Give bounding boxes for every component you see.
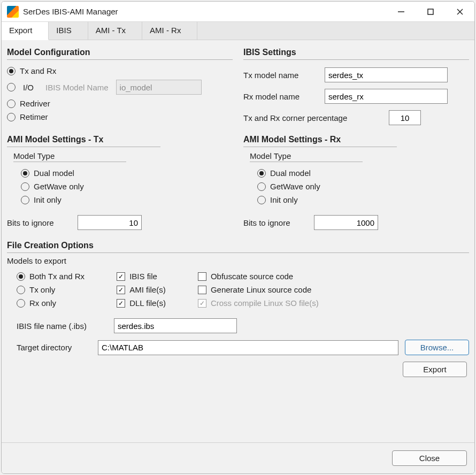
- radio-export-tx-only[interactable]: Tx only: [17, 283, 85, 296]
- ami-tx-model-type-label: Model Type: [13, 151, 233, 160]
- checkbox-label: IBIS file: [129, 272, 157, 281]
- radio-rx-dual[interactable]: Dual model: [257, 166, 469, 180]
- checkbox-label: DLL file(s): [129, 298, 166, 308]
- radio-tx-getwave[interactable]: GetWave only: [21, 180, 233, 193]
- window-title: SerDes IBIS-AMI Manager: [23, 7, 386, 16]
- radio-rx-getwave[interactable]: GetWave only: [257, 180, 469, 193]
- radio-icon: [17, 272, 25, 281]
- file-options-title: File Creation Options: [7, 241, 469, 250]
- radio-tx-and-rx[interactable]: Tx and Rx: [7, 64, 233, 78]
- content-area: Model Configuration Tx and Rx I/O IBIS M…: [2, 40, 474, 442]
- radio-icon: [21, 196, 29, 204]
- checkbox-icon: [198, 286, 206, 294]
- radio-label: Retimer: [20, 112, 48, 121]
- radio-label: Dual model: [34, 168, 74, 178]
- svg-rect-1: [428, 9, 433, 14]
- checkbox-label: Generate Linux source code: [211, 285, 311, 294]
- close-icon: [456, 8, 464, 16]
- browse-button[interactable]: Browse...: [405, 340, 469, 355]
- minimize-button[interactable]: [386, 2, 416, 22]
- radio-icon: [21, 169, 29, 178]
- radio-icon: [21, 182, 29, 191]
- tab-ami-tx[interactable]: AMI - Tx: [88, 22, 142, 40]
- matlab-icon: [7, 6, 19, 18]
- radio-retimer[interactable]: Retimer: [7, 110, 233, 124]
- tab-ibis[interactable]: IBIS: [49, 22, 88, 40]
- models-to-export-label: Models to export: [7, 256, 469, 265]
- radio-tx-init[interactable]: Init only: [21, 193, 233, 206]
- rx-bits-ignore-input[interactable]: [314, 215, 378, 230]
- checkbox-icon: [117, 272, 125, 281]
- tx-model-name-input[interactable]: [325, 67, 448, 82]
- checkbox-label: Cross compile Linux SO file(s): [211, 298, 319, 308]
- radio-icon: [17, 286, 25, 294]
- app-window: SerDes IBIS-AMI Manager Export IBIS AMI …: [1, 1, 475, 474]
- radio-io[interactable]: I/O IBIS Model Name: [7, 78, 233, 97]
- target-dir-input[interactable]: [98, 340, 398, 355]
- radio-label: Init only: [270, 195, 298, 204]
- radio-export-both[interactable]: Both Tx and Rx: [17, 270, 85, 283]
- file-options-section: File Creation Options Models to export B…: [7, 241, 469, 378]
- checkbox-icon: [198, 299, 206, 308]
- radio-icon: [257, 196, 266, 204]
- rx-model-name-input[interactable]: [325, 89, 448, 104]
- io-model-name-label: IBIS Model Name: [45, 83, 109, 92]
- ami-rx-section: AMI Model Settings - Rx Model Type Dual …: [243, 132, 469, 233]
- tx-bits-ignore-input[interactable]: [78, 215, 142, 230]
- ibis-settings-title: IBIS Settings: [243, 48, 469, 57]
- ibis-file-name-input[interactable]: [114, 318, 237, 333]
- corner-pct-input[interactable]: [389, 110, 421, 125]
- io-model-name-input: [116, 80, 202, 95]
- check-cross-compile: Cross compile Linux SO file(s): [198, 296, 319, 310]
- radio-icon: [17, 299, 25, 308]
- radio-tx-dual[interactable]: Dual model: [21, 166, 233, 180]
- ami-tx-title: AMI Model Settings - Tx: [7, 135, 233, 144]
- radio-label: Dual model: [270, 168, 311, 178]
- tab-ami-rx[interactable]: AMI - Rx: [142, 22, 197, 40]
- radio-redriver[interactable]: Redriver: [7, 97, 233, 110]
- check-obfuscate[interactable]: Obfuscate source code: [198, 270, 319, 283]
- checkbox-icon: [117, 299, 125, 308]
- check-ibis-file[interactable]: IBIS file: [117, 270, 166, 283]
- tab-bar: Export IBIS AMI - Tx AMI - Rx: [2, 22, 474, 40]
- radio-label: Both Tx and Rx: [29, 272, 85, 281]
- checkbox-icon: [198, 272, 206, 281]
- check-dll-files[interactable]: DLL file(s): [117, 296, 166, 310]
- target-dir-label: Target directory: [17, 343, 91, 352]
- titlebar: SerDes IBIS-AMI Manager: [2, 2, 474, 22]
- maximize-icon: [427, 8, 434, 16]
- ami-rx-model-type-label: Model Type: [250, 151, 469, 160]
- radio-label: Init only: [34, 195, 62, 204]
- maximize-button[interactable]: [416, 2, 445, 22]
- radio-rx-init[interactable]: Init only: [257, 193, 469, 206]
- model-config-title: Model Configuration: [7, 48, 233, 57]
- minimize-icon: [397, 8, 405, 16]
- model-config-section: Model Configuration Tx and Rx I/O IBIS M…: [7, 44, 233, 128]
- checkbox-label: AMI file(s): [129, 285, 166, 294]
- radio-label: Tx only: [29, 285, 55, 294]
- dialog-footer: Close: [2, 442, 474, 473]
- ami-tx-section: AMI Model Settings - Tx Model Type Dual …: [7, 132, 233, 233]
- radio-label: GetWave only: [270, 182, 320, 191]
- radio-label: I/O: [23, 83, 34, 92]
- close-window-button[interactable]: [445, 2, 474, 22]
- tx-model-name-label: Tx model name: [243, 71, 318, 80]
- window-controls: [386, 2, 474, 22]
- radio-icon: [7, 83, 16, 91]
- radio-icon: [257, 169, 266, 178]
- checkbox-icon: [117, 286, 125, 294]
- rx-bits-ignore-label: Bits to ignore: [243, 218, 308, 227]
- radio-label: Redriver: [20, 99, 50, 108]
- ibis-settings-section: IBIS Settings Tx model name Rx model nam…: [243, 44, 469, 128]
- radio-label: GetWave only: [34, 182, 84, 191]
- radio-icon: [7, 67, 16, 75]
- corner-pct-label: Tx and Rx corner percentage: [243, 113, 382, 122]
- check-ami-files[interactable]: AMI file(s): [117, 283, 166, 296]
- rx-model-name-label: Rx model name: [243, 92, 318, 101]
- radio-label: Rx only: [29, 298, 56, 308]
- radio-export-rx-only[interactable]: Rx only: [17, 296, 85, 310]
- close-button[interactable]: Close: [392, 450, 467, 466]
- tab-export[interactable]: Export: [2, 22, 49, 40]
- check-generate-linux-src[interactable]: Generate Linux source code: [198, 283, 319, 296]
- export-button[interactable]: Export: [403, 362, 467, 377]
